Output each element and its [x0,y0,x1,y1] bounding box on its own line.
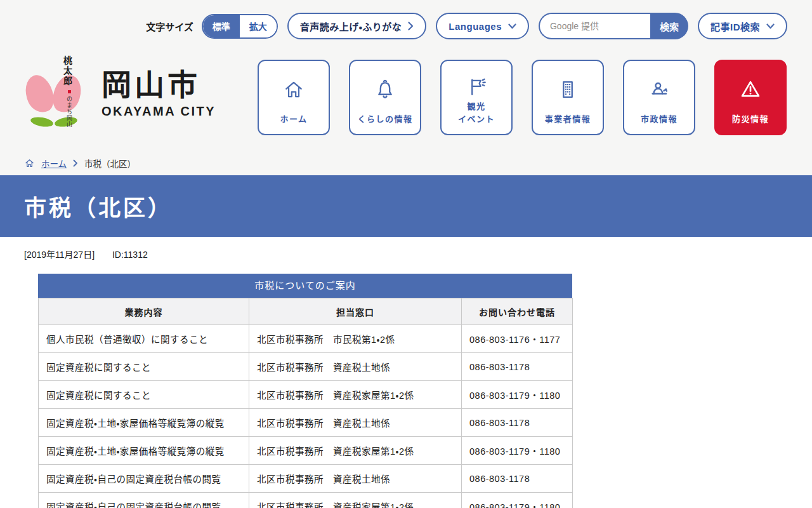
nav-living-info-button[interactable]: くらしの情報 [349,60,421,135]
cell-task: 固定資産税・自己の固定資産税台帳の閲覧 [39,493,249,508]
nav-city-government-button[interactable]: 市政情報 [623,60,695,135]
nav-tourism-line2: イベント [458,114,495,124]
table-header-row: 業務内容 担当窓口 お問い合わせ電話 [39,298,573,325]
bell-icon [374,74,396,105]
cell-office: 北区市税事務所 資産税家屋第1・2係 [249,437,462,465]
article-id-search-label: 記事ID検索 [710,20,760,33]
cell-office: 北区市税事務所 市民税第1・2係 [249,325,462,353]
city-name-ja: 岡山市 [102,70,216,100]
nav-disaster-info-button[interactable]: 防災情報 [714,60,787,135]
home-icon [282,74,305,105]
cell-office: 北区市税事務所 資産税土地係 [249,353,462,381]
logo-red-dot [68,90,71,93]
cell-phone: 086-803-1178 [462,353,573,381]
languages-label: Languages [449,21,502,32]
article-id: ID:11312 [112,250,148,260]
article-id-search-button[interactable]: 記事ID検索 [698,13,787,39]
main-navigation: ホーム くらしの情報 観光 イベント [258,60,787,135]
cell-office: 北区市税事務所 資産税家屋第1・2係 [249,493,462,508]
nav-tourism-events-button[interactable]: 観光 イベント [440,60,513,135]
logo-tagline: 桃太郎 のまち岡山 [61,56,74,128]
breadcrumb-chevron-icon [73,159,78,167]
cell-phone: 086-803-1179・1180 [462,493,573,508]
cell-phone: 086-803-1178 [462,465,573,493]
page-title-banner: 市税（北区） [0,175,812,237]
table-row: 固定資産税・自己の固定資産税台帳の閲覧 北区市税事務所 資産税土地係 086-8… [39,465,573,493]
column-header-phone: お問い合わせ電話 [462,298,573,325]
cell-office: 北区市税事務所 資産税家屋第1・2係 [249,381,462,409]
chevron-down-icon [766,23,775,29]
warning-triangle-icon [738,74,763,105]
breadcrumb-current: 市税（北区） [84,157,136,170]
tts-furigana-button[interactable]: 音声読み上げ・ふりがな [287,13,427,39]
font-size-large-button[interactable]: 拡大 [240,15,277,37]
font-size-standard-button[interactable]: 標準 [203,15,240,37]
cell-office: 北区市税事務所 資産税土地係 [249,465,462,493]
utility-toolbar: 文字サイズ 標準 拡大 音声読み上げ・ふりがな Languages 検索 記事I… [0,0,812,39]
city-name-en: OKAYAMA CITY [102,104,216,119]
nav-tourism-events-label: 観光 イベント [458,100,495,126]
page-title: 市税（北区） [24,190,173,222]
cell-task: 固定資産税に関すること [39,353,249,381]
search-input[interactable] [539,13,650,39]
cell-phone: 086-803-1179・1180 [462,437,573,465]
nav-disaster-info-label: 防災情報 [732,113,769,126]
flag-icon [465,74,488,100]
article-date: [2019年11月27日] [24,250,95,260]
building-icon [556,74,579,105]
column-header-office: 担当窓口 [249,298,462,325]
cell-phone: 086-803-1178 [462,409,573,437]
nav-living-info-label: くらしの情報 [357,113,412,126]
font-size-label: 文字サイズ [146,20,193,33]
nav-business-info-label: 事業者情報 [545,113,591,126]
article-meta: [2019年11月27日] ID:11312 [24,248,812,260]
main-content: [2019年11月27日] ID:11312 市税についてのご案内 業務内容 担… [0,237,812,508]
nav-tourism-line1: 観光 [467,102,485,111]
cell-phone: 086-803-1176・1177 [462,325,573,353]
logo-tagline-sub: のまち岡山 [61,87,74,128]
nav-home-button[interactable]: ホーム [258,60,330,135]
peach-logo-icon: 桃太郎 のまち岡山 [25,60,85,128]
font-size-toggle: 標準 拡大 [202,14,278,39]
site-search: 検索 [539,13,688,39]
cell-task: 固定資産税・土地・家屋価格等縦覧簿の縦覧 [39,409,249,437]
nav-city-government-label: 市政情報 [641,113,678,126]
table-row: 固定資産税に関すること 北区市税事務所 資産税土地係 086-803-1178 [39,353,573,381]
cell-task: 固定資産税・土地・家屋価格等縦覧簿の縦覧 [39,437,249,465]
breadcrumb-home-icon [24,158,35,168]
column-header-task: 業務内容 [39,298,249,325]
site-header: 文字サイズ 標準 拡大 音声読み上げ・ふりがな Languages 検索 記事I… [0,0,812,175]
chevron-down-icon [508,23,516,29]
cell-task: 個人市民税（普通徴収）に関すること [39,325,249,353]
tax-info-table: 市税についてのご案内 業務内容 担当窓口 お問い合わせ電話 個人市民税（普通徴収… [38,274,572,508]
table-row: 個人市民税（普通徴収）に関すること 北区市税事務所 市民税第1・2係 086-8… [39,325,573,353]
breadcrumb-home-link[interactable]: ホーム [41,157,67,170]
cell-office: 北区市税事務所 資産税土地係 [249,409,462,437]
search-button[interactable]: 検索 [650,13,688,39]
logo-text: 岡山市 OKAYAMA CITY [102,70,216,119]
nav-home-label: ホーム [280,113,307,126]
breadcrumb: ホーム 市税（北区） [0,135,812,175]
nav-business-info-button[interactable]: 事業者情報 [532,60,604,135]
cell-task: 固定資産税・自己の固定資産税台帳の閲覧 [39,465,249,493]
brand-row: 桃太郎 のまち岡山 岡山市 OKAYAMA CITY ホーム [0,39,812,135]
table-caption: 市税についてのご案内 [38,274,572,298]
logo-tagline-main: 桃太郎 [61,56,74,86]
city-logo-link[interactable]: 桃太郎 のまち岡山 岡山市 OKAYAMA CITY [25,60,216,128]
languages-button[interactable]: Languages [436,13,529,39]
tts-furigana-label: 音声読み上げ・ふりがな [300,20,402,33]
cell-phone: 086-803-1179・1180 [462,381,573,409]
cell-task: 固定資産税に関すること [39,381,249,409]
chevron-right-icon [408,22,414,30]
table-row: 固定資産税・土地・家屋価格等縦覧簿の縦覧 北区市税事務所 資産税土地係 086-… [39,409,573,437]
table-row: 固定資産税・自己の固定資産税台帳の閲覧 北区市税事務所 資産税家屋第1・2係 0… [39,493,573,508]
clerk-desk-icon [647,74,671,105]
table-row: 固定資産税・土地・家屋価格等縦覧簿の縦覧 北区市税事務所 資産税家屋第1・2係 … [39,437,573,465]
table-row: 固定資産税に関すること 北区市税事務所 資産税家屋第1・2係 086-803-1… [39,381,573,409]
